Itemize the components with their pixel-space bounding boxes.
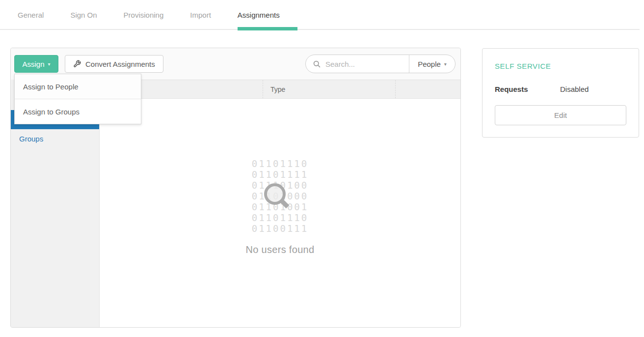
self-service-panel: SELF SERVICE Requests Disabled Edit (482, 48, 639, 138)
table-header-label: Type (270, 85, 285, 93)
chevron-down-icon: ▾ (48, 61, 51, 67)
tab-assignments[interactable]: Assignments (238, 0, 280, 29)
search-scope-dropdown[interactable]: People ▾ (409, 55, 455, 73)
assign-button[interactable]: Assign ▾ (14, 55, 58, 73)
tab-sign-on[interactable]: Sign On (70, 0, 97, 29)
menu-item-assign-to-groups[interactable]: Assign to Groups (15, 99, 141, 124)
table-body: 01101110 01101111 01110100 01101000 0110… (100, 99, 460, 327)
tab-provisioning[interactable]: Provisioning (124, 0, 164, 29)
tab-general[interactable]: General (18, 0, 44, 29)
menu-item-label: Assign to People (23, 83, 79, 91)
assign-dropdown-menu: Assign to People Assign to Groups (14, 74, 141, 124)
menu-item-label: Assign to Groups (23, 108, 80, 116)
sidebar-item-groups[interactable]: Groups (11, 129, 99, 148)
requests-value: Disabled (560, 85, 589, 93)
requests-label: Requests (495, 85, 560, 93)
search-icon (313, 60, 321, 68)
empty-state-message: No users found (100, 244, 460, 255)
assignments-table: Type 01101110 01101111 01110100 01101000… (100, 80, 460, 327)
menu-item-assign-to-people[interactable]: Assign to People (15, 74, 141, 99)
tab-import[interactable]: Import (190, 0, 211, 29)
table-header-type: Type (263, 80, 396, 98)
binary-art-line: 01101110 (100, 158, 460, 169)
chevron-down-icon: ▾ (444, 61, 447, 67)
wrench-icon (73, 60, 81, 68)
search-scope-value: People (418, 60, 441, 68)
convert-assignments-label: Convert Assignments (85, 60, 155, 68)
magnifier-icon (262, 181, 292, 211)
requests-row: Requests Disabled (495, 85, 626, 93)
sidebar-item-label: Groups (19, 135, 43, 143)
table-header-actions (396, 80, 460, 98)
binary-art-line: 01101110 (100, 212, 460, 223)
convert-assignments-button[interactable]: Convert Assignments (65, 55, 163, 73)
binary-art-line: 01100111 (100, 223, 460, 234)
search-placeholder: Search... (325, 60, 355, 68)
self-service-title: SELF SERVICE (495, 62, 626, 70)
binary-art-line: 01101111 (100, 169, 460, 180)
app-tabbar: General Sign On Provisioning Import Assi… (0, 0, 644, 29)
search-input[interactable]: Search... (306, 55, 409, 73)
edit-button[interactable]: Edit (495, 105, 626, 125)
table-header-row: Type (100, 80, 460, 99)
assign-button-label: Assign (22, 60, 44, 68)
search-group: Search... People ▾ (305, 55, 456, 73)
